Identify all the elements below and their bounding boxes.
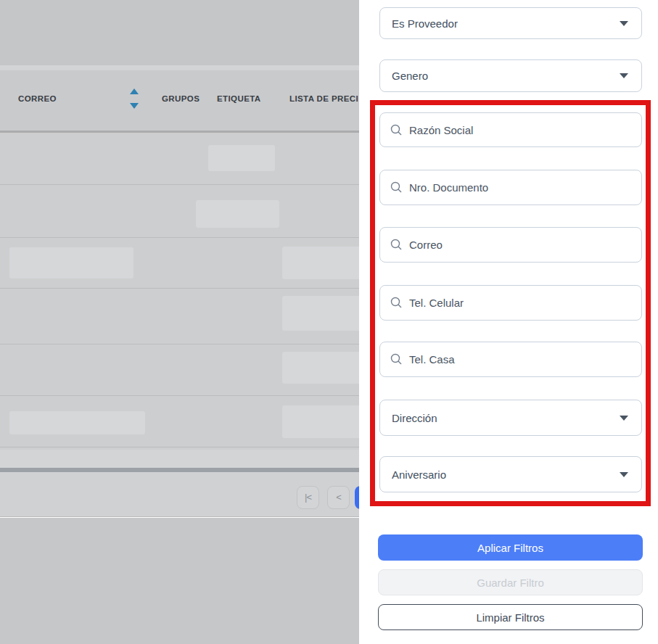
- aniversario-label: Aniversario: [392, 468, 446, 481]
- table-row: [0, 344, 359, 396]
- direccion-select[interactable]: Dirección: [379, 400, 642, 436]
- search-icon: [390, 239, 403, 251]
- etiqueta-badge-placeholder: [196, 200, 279, 228]
- chevron-down-icon: [620, 21, 628, 26]
- search-icon: [390, 124, 403, 136]
- sort-descending-icon[interactable]: [130, 103, 139, 109]
- tel-celular-field[interactable]: [379, 285, 642, 321]
- lista-precios-placeholder: [282, 247, 359, 279]
- column-header-correo[interactable]: CORREO: [18, 94, 57, 103]
- es-proveedor-select[interactable]: Es Proveedor: [379, 7, 642, 39]
- previous-page-button[interactable]: <: [327, 486, 350, 509]
- correo-placeholder: [9, 411, 145, 434]
- apply-filters-button[interactable]: Aplicar Filtros: [378, 534, 643, 561]
- table-card-bottom-stripe: [0, 450, 359, 468]
- direccion-label: Dirección: [392, 412, 437, 424]
- tel-celular-input[interactable]: [409, 297, 631, 309]
- chevron-down-icon: [620, 416, 628, 421]
- save-filter-button[interactable]: Guardar Filtro: [378, 569, 643, 595]
- etiqueta-badge-placeholder: [208, 145, 275, 171]
- nro-documento-field[interactable]: [379, 170, 642, 205]
- genero-select[interactable]: Genero: [379, 59, 642, 92]
- first-page-button[interactable]: |<: [297, 486, 319, 509]
- chevron-down-icon: [620, 73, 628, 78]
- column-header-grupos[interactable]: GRUPOS: [162, 94, 200, 103]
- aniversario-select[interactable]: Aniversario: [379, 456, 642, 492]
- column-header-lista-de-precios[interactable]: LISTA DE PRECI: [289, 94, 358, 103]
- column-header-etiqueta[interactable]: ETIQUETA: [217, 94, 261, 103]
- es-proveedor-label: Es Proveedor: [392, 17, 458, 30]
- table-row: [0, 238, 359, 289]
- table-row: [0, 133, 359, 185]
- lista-precios-placeholder: [282, 405, 359, 438]
- previous-page-icon: <: [336, 492, 341, 503]
- table-row: [0, 289, 359, 344]
- search-icon: [390, 297, 403, 309]
- toolbar-dimmed-band: [0, 0, 359, 65]
- lista-precios-placeholder: [282, 296, 359, 331]
- search-icon: [390, 181, 403, 194]
- sort-ascending-icon[interactable]: [130, 88, 139, 94]
- sort-control[interactable]: [130, 88, 139, 113]
- first-page-icon: |<: [305, 492, 311, 503]
- tel-casa-input[interactable]: [409, 353, 631, 366]
- search-icon: [390, 353, 403, 366]
- clear-filters-button[interactable]: Limpiar Filtros: [378, 604, 643, 630]
- footer-dimmed-band: [0, 518, 359, 644]
- correo-placeholder: [9, 247, 133, 278]
- genero-label: Genero: [392, 70, 428, 82]
- razon-social-input[interactable]: [409, 124, 631, 136]
- razon-social-field[interactable]: [379, 112, 642, 147]
- dimmed-table-area: CORREO GRUPOS ETIQUETA LISTA DE PRECI: [0, 0, 359, 644]
- tel-casa-field[interactable]: [379, 342, 642, 377]
- table-card-top-stripe: [0, 65, 359, 70]
- lista-precios-placeholder: [282, 352, 359, 384]
- correo-field[interactable]: [379, 227, 642, 263]
- filter-panel: Es Proveedor Genero: [359, 0, 658, 644]
- table-row: [0, 396, 359, 447]
- chevron-down-icon: [620, 472, 628, 477]
- correo-input[interactable]: [409, 239, 631, 251]
- table-body: [0, 133, 359, 450]
- nro-documento-input[interactable]: [409, 181, 631, 194]
- screen: CORREO GRUPOS ETIQUETA LISTA DE PRECI: [0, 0, 658, 644]
- table-row: [0, 185, 359, 238]
